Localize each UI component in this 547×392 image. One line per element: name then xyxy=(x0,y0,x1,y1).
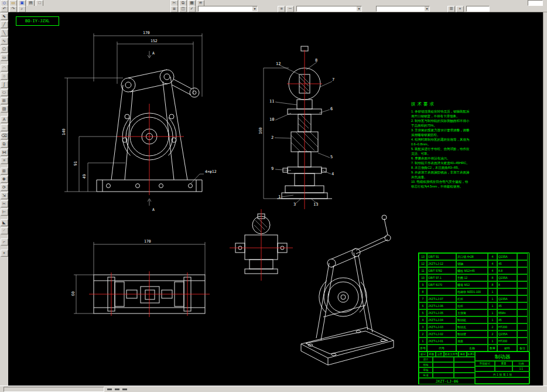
parts-cell xyxy=(517,323,528,330)
rotate-icon[interactable]: ⟳ xyxy=(1,184,8,191)
parts-cell: 1 xyxy=(488,309,497,316)
spline-icon[interactable]: ʃ xyxy=(1,81,8,88)
move-icon[interactable]: ✚ xyxy=(1,176,8,183)
color-control-icon[interactable]: ■ xyxy=(278,6,285,12)
dimension-icon[interactable]: ↔ xyxy=(1,124,8,131)
parts-cell xyxy=(517,302,528,309)
style-box[interactable] xyxy=(466,6,490,12)
parts-cell: 制动轮 xyxy=(456,316,488,323)
distance-icon[interactable]: ⌖ xyxy=(1,250,8,257)
toolbar-row-1: ◇▭▣▤□ ✂⧉▦≋ xyxy=(0,0,547,6)
parts-cell xyxy=(517,295,528,302)
notes-lines: 1. 各铰链连接处应转动灵活，销轴装配后 用开口销锁定，不得有卡滞现象。2. 制… xyxy=(411,109,518,189)
parts-row: 11GB/T 5782螺栓 M12×4548.8 xyxy=(419,267,529,274)
linetype-control-icon[interactable]: ─ xyxy=(286,6,294,12)
undo-icon[interactable]: ↶ xyxy=(1,6,8,12)
offset-icon[interactable]: ≡ xyxy=(1,157,8,164)
polyline-icon[interactable]: ∿ xyxy=(1,38,8,45)
parts-cell: 2 xyxy=(488,330,497,338)
dim-label: 152 xyxy=(151,39,158,43)
parts-cell: JXZT-LJ-07 xyxy=(427,295,456,302)
circle-icon[interactable]: ○ xyxy=(1,73,8,80)
parts-cell: 4 xyxy=(488,260,497,267)
parts-cell: 开口销 4×28 xyxy=(456,253,488,260)
parts-cell: 8 xyxy=(488,281,497,288)
mini-box[interactable] xyxy=(528,0,543,6)
right-scroll-strip[interactable] xyxy=(543,12,547,386)
balloon-7: 7 xyxy=(332,77,334,82)
erase-icon[interactable]: ⌫ xyxy=(1,132,8,139)
status-bar xyxy=(0,386,547,392)
trim-icon[interactable]: ✂ xyxy=(1,200,8,207)
print-icon[interactable]: ▤ xyxy=(27,0,35,6)
insert-block-icon[interactable]: ⊞ xyxy=(1,97,8,104)
parts-row: 4JXZT-LJ-04制动轮145 xyxy=(419,316,529,323)
match-prop-icon[interactable]: ≋ xyxy=(197,0,204,6)
xline-icon[interactable]: ╲ xyxy=(1,29,8,36)
detail-view xyxy=(230,209,293,281)
parts-cell: 8 xyxy=(419,288,427,295)
sheet-info: 共 1 张 第 1 张 xyxy=(475,371,530,377)
parts-row: 6JXZT-LJ-06拉杆145 xyxy=(419,302,529,309)
drawing-canvas[interactable]: 170 152 140 91 49 4×φ12 A A xyxy=(8,12,543,386)
parts-cell: 1 xyxy=(488,316,497,323)
notes-title: 技术要求 xyxy=(411,101,518,107)
parts-row: 7JXZT-LJ-07杠杆1Q235A xyxy=(419,295,529,302)
fillet-icon[interactable]: ◜ xyxy=(1,227,8,234)
parts-cell xyxy=(517,281,528,288)
linetype-combo[interactable]: ▾ xyxy=(376,6,430,12)
parts-cell: Q235A xyxy=(497,253,517,260)
copy-icon[interactable]: ⧉ xyxy=(1,141,8,148)
parts-row: 8电磁铁 MZD1-1001 xyxy=(419,288,529,295)
dim-label: 91 xyxy=(73,161,78,166)
parts-cell: 45 xyxy=(497,260,517,267)
polygon-icon[interactable]: ⬠ xyxy=(1,46,8,53)
hatch-icon[interactable]: ▨ xyxy=(1,105,8,113)
extend-icon[interactable]: ⊢ xyxy=(1,209,8,216)
parts-cell xyxy=(517,267,528,274)
array-icon[interactable]: ⊞ xyxy=(1,168,8,175)
parts-cell: 13 xyxy=(419,253,427,260)
properties-icon[interactable]: ☰ xyxy=(447,6,455,12)
ellipse-icon[interactable]: ⬭ xyxy=(1,89,8,96)
parts-list-table: 13GB/T 91开口销 4×284Q235A12JXZT-LJ-12销轴445… xyxy=(418,253,529,352)
dim-label: 60 xyxy=(71,291,76,296)
sign-row-label: 校核 xyxy=(419,362,433,367)
parts-cell: 销轴 xyxy=(456,260,488,267)
make-current-icon[interactable]: ✓ xyxy=(188,6,196,12)
osnap-icon[interactable]: ⌖ xyxy=(456,6,464,12)
line-icon[interactable]: ╱ xyxy=(1,21,8,28)
layer-combo[interactable]: ▾ xyxy=(198,6,258,12)
parts-cell xyxy=(517,338,528,345)
preview-icon[interactable]: □ xyxy=(36,0,43,6)
parts-cell: Q235A xyxy=(497,295,517,302)
arc-icon[interactable]: ◠ xyxy=(1,64,8,71)
parts-row: 10GB/T 97.1垫圈 128Q235A xyxy=(419,274,529,281)
select-icon[interactable]: ⬉ xyxy=(1,13,8,20)
redo-icon[interactable]: ↷ xyxy=(9,6,17,12)
mirror-icon[interactable]: ⋈ xyxy=(1,149,8,156)
balloon-3: 3 xyxy=(293,202,296,207)
layer-manager-icon[interactable]: ≣ xyxy=(170,6,178,12)
note-line: 于总面积的75%。 xyxy=(411,123,518,128)
bottom-view: 170 60 xyxy=(71,239,210,317)
parts-row: 2JXZT-LJ-02制动臂2Q235A xyxy=(419,330,529,338)
parts-cell xyxy=(517,309,528,316)
chamfer-icon[interactable]: ◣ xyxy=(1,219,8,226)
parts-cell xyxy=(517,260,528,267)
note-line: 铁芯行程为4.5mm，不得超程使用。 xyxy=(411,184,518,189)
parts-row: 12JXZT-LJ-12销轴445 xyxy=(419,260,529,267)
parts-cell: 电磁铁 MZD1-100 xyxy=(456,288,488,295)
parts-cell: 3 xyxy=(419,323,427,330)
note-line: 灰色油漆。 xyxy=(411,175,518,179)
dim-label: 160 xyxy=(258,127,263,134)
color-combo[interactable]: ▾ xyxy=(296,6,362,12)
find-icon[interactable]: ⌕ xyxy=(18,6,26,12)
ucs-icon[interactable]: ⌐ xyxy=(1,238,8,246)
scale-icon[interactable]: ⇲ xyxy=(1,192,8,199)
product-name: 制动器 xyxy=(475,352,530,361)
layer-state-icon[interactable]: ◫ xyxy=(179,6,187,12)
note-line: 后用螺母锁紧防松。 xyxy=(411,132,518,137)
text-icon[interactable]: A xyxy=(1,116,8,123)
rectangle-icon[interactable]: ▭ xyxy=(1,54,8,61)
